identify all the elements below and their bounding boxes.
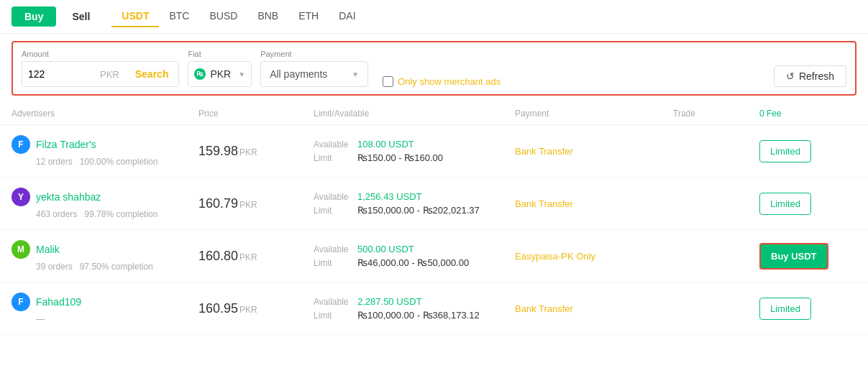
table-row: M Malik 39 orders 97.50% completion 160.… xyxy=(0,230,868,282)
advertiser-name-row: M Malik xyxy=(12,240,198,259)
price-cell: 160.80PKR xyxy=(198,249,314,264)
payment-cell: Easypaisa-PK Only xyxy=(515,251,673,262)
available-row: Available 500.00 USDT xyxy=(314,244,515,254)
advertiser-name[interactable]: Fahad109 xyxy=(36,296,81,308)
limit-cell: Available 1,256.43 USDT Limit ₨150,000.0… xyxy=(314,191,515,216)
payment-select[interactable]: All payments ▼ xyxy=(260,61,368,87)
th-price: Price xyxy=(198,109,314,119)
advertiser-meta: 463 orders 99.78% completion xyxy=(12,209,198,219)
advertiser-meta: — xyxy=(12,314,198,324)
price-cell: 159.98PKR xyxy=(198,144,314,159)
price-cell: 160.95PKR xyxy=(198,301,314,316)
limit-value: ₨150,000.00 - ₨202,021.37 xyxy=(357,205,480,216)
table-row: F Fahad109 — 160.95PKR Available 2,287.5… xyxy=(0,282,868,335)
limit-value: ₨100,000.00 - ₨368,173.12 xyxy=(357,310,480,321)
merchant-checkbox[interactable] xyxy=(383,76,393,87)
th-trade: Trade xyxy=(673,109,759,119)
limit-label: Limit xyxy=(314,311,353,321)
buy-tab-button[interactable]: Buy xyxy=(12,6,56,27)
advertiser-avatar: F xyxy=(12,293,30,311)
advertiser-meta: 39 orders 97.50% completion xyxy=(12,262,198,272)
merchant-highlight: merchant xyxy=(444,76,483,87)
trade-action-cell: Limited xyxy=(759,298,831,320)
th-limit: Limit/Available xyxy=(314,109,515,119)
amount-input-wrap: PKR Search xyxy=(22,61,179,87)
advertiser-avatar: F xyxy=(12,135,30,154)
trade-button[interactable]: Limited xyxy=(759,298,811,320)
amount-currency-label: PKR xyxy=(94,69,125,80)
trade-action-cell: Buy USDT xyxy=(759,243,831,270)
tab-eth[interactable]: ETH xyxy=(288,6,329,27)
payment-cell: Bank Transfer xyxy=(515,303,673,314)
tab-usdt[interactable]: USDT xyxy=(111,6,159,27)
search-button[interactable]: Search xyxy=(125,61,179,87)
price-unit: PKR xyxy=(239,200,257,210)
table-header: Advertisers Price Limit/Available Paymen… xyxy=(0,103,868,125)
advertiser-cell: F Fahad109 — xyxy=(12,293,198,324)
th-advertisers: Advertisers xyxy=(12,109,198,119)
fiat-value: PKR xyxy=(210,68,231,80)
limit-label: Limit xyxy=(314,258,353,268)
fiat-select[interactable]: ₨ PKR ▼ xyxy=(188,61,252,87)
tab-btc[interactable]: BTC xyxy=(159,6,199,27)
trade-button[interactable]: Buy USDT xyxy=(759,243,828,270)
limit-cell: Available 2,287.50 USDT Limit ₨100,000.0… xyxy=(314,296,515,321)
fiat-group: Fiat ₨ PKR ▼ xyxy=(188,50,252,87)
trade-action-cell: Limited xyxy=(759,193,831,215)
available-label: Available xyxy=(314,244,353,254)
advertiser-name[interactable]: yekta shahbaz xyxy=(36,191,101,203)
amount-label: Amount xyxy=(22,50,179,58)
available-row: Available 108.00 USDT xyxy=(314,139,515,150)
table-row: Y yekta shahbaz 463 orders 99.78% comple… xyxy=(0,178,868,230)
advertiser-cell: Y yekta shahbaz 463 orders 99.78% comple… xyxy=(12,188,198,219)
refresh-button[interactable]: ↺ Refresh xyxy=(774,65,846,87)
merchant-check-group: Only show merchant ads xyxy=(383,76,501,87)
advertiser-name[interactable]: Filza Trader's xyxy=(36,139,96,150)
available-label: Available xyxy=(314,297,353,307)
tab-dai[interactable]: DAI xyxy=(329,6,365,27)
limit-cell: Available 500.00 USDT Limit ₨46,000.00 -… xyxy=(314,244,515,268)
available-row: Available 1,256.43 USDT xyxy=(314,191,515,202)
th-payment: Payment xyxy=(515,109,673,119)
amount-input[interactable] xyxy=(22,62,94,86)
price-unit: PKR xyxy=(239,252,257,262)
fiat-label: Fiat xyxy=(188,50,252,58)
trade-button[interactable]: Limited xyxy=(759,140,811,162)
price-unit: PKR xyxy=(239,305,257,315)
advertiser-cell: M Malik 39 orders 97.50% completion xyxy=(12,240,198,272)
available-value: 2,287.50 USDT xyxy=(357,296,422,307)
trade-action-cell: Limited xyxy=(759,140,831,162)
advertiser-avatar: Y xyxy=(12,188,30,206)
limit-row: Limit ₨100,000.00 - ₨368,173.12 xyxy=(314,310,515,321)
merchant-label: Only show merchant ads xyxy=(398,76,501,87)
table-body: F Filza Trader's 12 orders 100.00% compl… xyxy=(0,125,868,335)
refresh-icon: ↺ xyxy=(786,70,795,82)
trade-button[interactable]: Limited xyxy=(759,193,811,215)
advertiser-name-row: F Fahad109 xyxy=(12,293,198,311)
payment-chevron-icon: ▼ xyxy=(352,70,359,78)
tab-bnb[interactable]: BNB xyxy=(247,6,288,27)
limit-value: ₨46,000.00 - ₨50,000.00 xyxy=(357,257,469,268)
advertiser-cell: F Filza Trader's 12 orders 100.00% compl… xyxy=(12,135,198,167)
advertiser-avatar: M xyxy=(12,240,30,259)
limit-label: Limit xyxy=(314,153,353,163)
sell-tab-button[interactable]: Sell xyxy=(59,6,103,27)
payment-label: Payment xyxy=(260,50,368,58)
payment-cell: Bank Transfer xyxy=(515,198,673,209)
advertiser-name-row: Y yekta shahbaz xyxy=(12,188,198,206)
refresh-label: Refresh xyxy=(799,70,834,82)
available-label: Available xyxy=(314,139,353,150)
limit-label: Limit xyxy=(314,206,353,216)
price-unit: PKR xyxy=(239,147,257,157)
limit-value: ₨150.00 - ₨160.00 xyxy=(357,152,443,163)
limit-row: Limit ₨150,000.00 - ₨202,021.37 xyxy=(314,205,515,216)
advertiser-name[interactable]: Malik xyxy=(36,244,60,255)
top-bar: Buy Sell USDT BTC BUSD BNB ETH DAI xyxy=(0,0,868,34)
payment-value: All payments xyxy=(270,68,344,80)
price-cell: 160.79PKR xyxy=(198,196,314,211)
fiat-chevron-icon: ▼ xyxy=(238,70,245,78)
fiat-dot-icon: ₨ xyxy=(194,68,206,80)
tab-busd[interactable]: BUSD xyxy=(199,6,247,27)
available-label: Available xyxy=(314,192,353,202)
merchant-label-rest: ads xyxy=(483,76,501,87)
